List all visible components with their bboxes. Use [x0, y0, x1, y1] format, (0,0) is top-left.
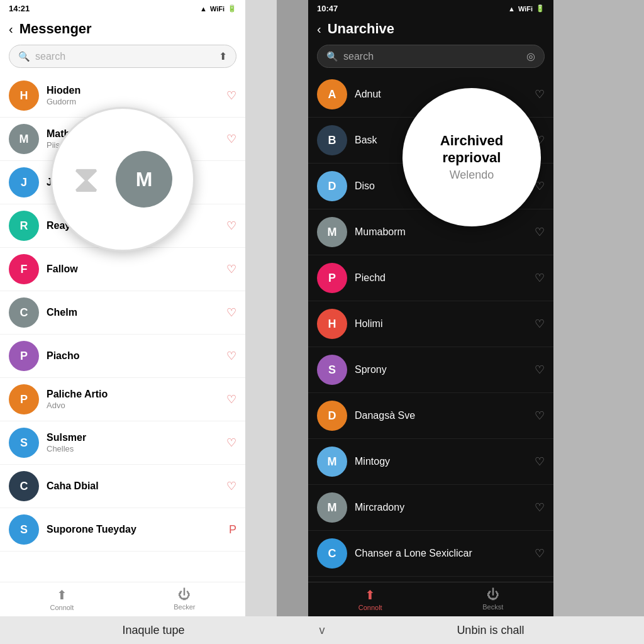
left-search-input[interactable]: search: [35, 51, 219, 62]
right-faded-edge: [553, 0, 644, 616]
contact-icon: ♡: [226, 436, 236, 450]
contact-icon: ♡: [535, 455, 545, 469]
avatar: S: [9, 514, 39, 545]
contact-name: Caha Dbial: [47, 480, 226, 492]
contact-info: Fallow: [47, 264, 226, 275]
contact-icon: P: [229, 523, 236, 536]
left-nav-becker[interactable]: ⏻ Becker: [174, 587, 195, 611]
contact-icon: ♡: [226, 262, 236, 276]
contact-icon: ♡: [226, 132, 236, 146]
avatar: R: [9, 211, 39, 241]
list-item[interactable]: P Piacho ♡: [0, 335, 245, 378]
contact-name: Mumaborm: [355, 226, 535, 238]
right-caption: Unbin is chall: [337, 624, 644, 637]
contact-info: Paliche Artio Advo: [47, 389, 226, 410]
right-nav-beckst[interactable]: ⏻ Beckst: [482, 587, 503, 611]
contact-info: Mintogy: [355, 456, 535, 467]
contact-icon: ♡: [226, 89, 236, 103]
left-header: ‹ Messenger: [0, 16, 245, 42]
contact-icon: ♡: [535, 547, 545, 560]
contact-info: Caha Dbial: [47, 480, 226, 492]
contact-icon: ♡: [226, 219, 236, 233]
list-item[interactable]: S Sulsmer Chelles ♡: [0, 421, 245, 465]
hourglass-icon: ⧗: [73, 157, 99, 201]
contact-icon: ♡: [535, 271, 545, 285]
contact-name: Danagsà Sve: [355, 410, 535, 421]
right-status-icons: ▲ WiFi 🔋: [508, 4, 545, 13]
avatar: B: [317, 125, 347, 155]
contact-icon: ♡: [226, 392, 236, 406]
avatar: D: [317, 401, 347, 431]
avatar: C: [9, 297, 39, 328]
contact-name: Fallow: [47, 264, 226, 275]
contact-icon: ♡: [535, 87, 545, 101]
right-search-input[interactable]: search: [343, 51, 526, 62]
left-search-bar[interactable]: 🔍 search ⬆: [9, 45, 236, 68]
contact-name: Mintogy: [355, 456, 535, 467]
contact-name: Sulsmer: [47, 432, 226, 443]
contact-info: Suporone Tueyday: [47, 524, 229, 535]
magnifier-content: ⧗ M: [52, 151, 193, 208]
list-item[interactable]: C Caha Dbial ♡: [0, 465, 245, 508]
contact-info: Mircradony: [355, 502, 535, 513]
avatar: C: [317, 538, 347, 569]
contact-info: Danagsà Sve: [355, 410, 535, 421]
list-item[interactable]: S Sprony ♡: [308, 347, 553, 393]
contact-name: Suporone Tueyday: [47, 524, 229, 535]
list-item[interactable]: C Chelm ♡: [0, 291, 245, 335]
list-item[interactable]: M Mumaborm ♡: [308, 209, 553, 255]
contact-name: Piacho: [47, 350, 226, 362]
list-item[interactable]: P Piechd ♡: [308, 255, 553, 301]
contact-info: Sprony: [355, 364, 535, 375]
contact-icon: ♡: [226, 349, 236, 363]
avatar: M: [9, 124, 39, 154]
mid-faded-right: [277, 0, 308, 616]
list-item[interactable]: M Mircradony ♡: [308, 485, 553, 531]
right-search-icon: 🔍: [326, 51, 338, 62]
avatar: P: [9, 341, 39, 371]
left-panel: 14:21 ▲ WiFi 🔋 ‹ Messenger 🔍 search ⬆ H …: [0, 0, 245, 616]
avatar: M: [317, 217, 347, 247]
left-nav-connolt[interactable]: ⬆ Connolt: [50, 587, 74, 611]
mag-avatar: M: [116, 151, 172, 208]
archive-bubble-sub: Welendo: [450, 169, 494, 182]
contact-info: Chelm: [47, 307, 226, 318]
right-status-bar: 10:47 ▲ WiFi 🔋: [308, 0, 553, 16]
contact-name: Hioden: [47, 85, 226, 96]
left-status-icons: ▲ WiFi 🔋: [200, 4, 236, 13]
contact-info: Sulsmer Chelles: [47, 432, 226, 453]
panels-row: 14:21 ▲ WiFi 🔋 ‹ Messenger 🔍 search ⬆ H …: [0, 0, 644, 616]
contact-name: Piechd: [355, 272, 535, 284]
contact-sub: Gudorm: [47, 97, 226, 106]
right-back-button[interactable]: ‹: [317, 22, 321, 36]
contact-name: Mircradony: [355, 502, 535, 513]
left-search-icon: 🔍: [18, 51, 30, 62]
left-share-icon[interactable]: ⬆: [219, 50, 227, 62]
contact-sub: Advo: [47, 401, 226, 410]
left-time: 14:21: [9, 4, 30, 13]
left-back-button[interactable]: ‹: [9, 22, 13, 36]
list-item[interactable]: H Holimi ♡: [308, 301, 553, 347]
list-item[interactable]: P Paliche Artio Advo ♡: [0, 378, 245, 421]
right-nav-connolt[interactable]: ⬆ Connolt: [358, 587, 382, 611]
avatar: S: [9, 428, 39, 458]
avatar: D: [317, 171, 347, 201]
magnifier-overlay: ⧗ M: [50, 107, 195, 252]
list-item[interactable]: C Chanser a Lone Sexiclicar ♡: [308, 531, 553, 577]
contact-sub: Chelles: [47, 444, 226, 453]
list-item[interactable]: S Suporone Tueyday P: [0, 508, 245, 552]
avatar: P: [317, 263, 347, 293]
right-compass-icon[interactable]: ◎: [526, 50, 535, 62]
contact-info: Hioden Gudorm: [47, 85, 226, 106]
list-item[interactable]: F Fallow ♡: [0, 248, 245, 291]
avatar: C: [9, 471, 39, 501]
list-item[interactable]: D Danagsà Sve ♡: [308, 393, 553, 439]
right-search-bar[interactable]: 🔍 search ◎: [317, 45, 545, 68]
contact-info: Piacho: [47, 350, 226, 362]
contact-info: Mumaborm: [355, 226, 535, 238]
list-item[interactable]: M Mintogy ♡: [308, 439, 553, 485]
contact-info: Holimi: [355, 318, 535, 330]
avatar: J: [9, 167, 39, 197]
contact-icon: ♡: [226, 479, 236, 493]
left-title: Messenger: [19, 21, 236, 37]
